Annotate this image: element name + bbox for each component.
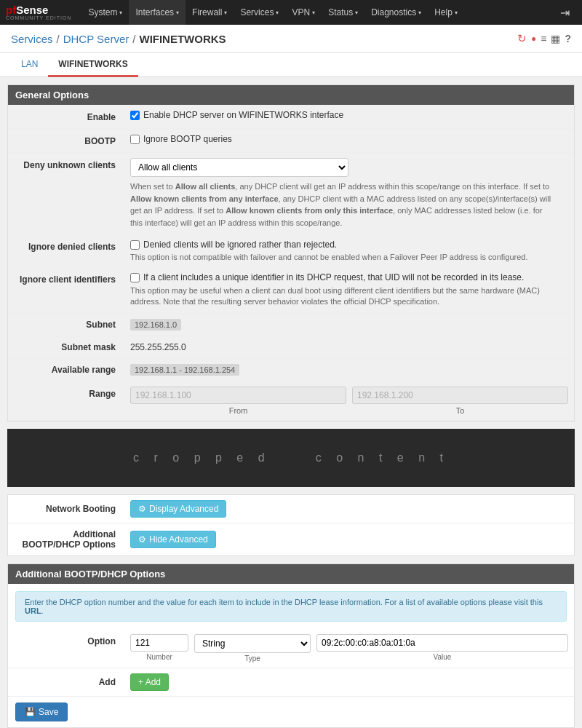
tab-lan[interactable]: LAN — [11, 53, 48, 77]
range-label: Range — [8, 381, 124, 420]
option-value-cell: 121 Number String Text IP address Unsign… — [124, 629, 574, 668]
add-option-button[interactable]: + Add — [130, 673, 169, 691]
brand: pfSense COMMUNITY EDITION — [6, 4, 71, 20]
bootp-label: BOOTP — [8, 129, 124, 153]
subnet-row: Subnet 192.168.1.0 — [8, 313, 574, 336]
circle-icon[interactable]: ● — [531, 33, 536, 44]
subnet-mask-value-cell: 255.255.255.0 — [124, 336, 574, 358]
option-type-select[interactable]: String Text IP address Unsigned Integer … — [194, 634, 311, 653]
option-value-input[interactable]: 09:2c:00:c0:a8:0a:01:0a — [316, 634, 568, 652]
breadcrumb-services[interactable]: Services — [11, 33, 53, 45]
bootp-info-link[interactable]: URL — [25, 606, 41, 615]
brand-logo: pfSense — [6, 4, 71, 15]
gear-icon2: ⚙ — [138, 534, 146, 545]
ignore-client-id-help: This option may be useful when a client … — [130, 285, 552, 308]
save-button[interactable]: 💾 Save — [15, 703, 68, 721]
tab-wifinetworks[interactable]: WIFINETWORKS — [48, 53, 137, 77]
general-options-section: General Options Enable Enable DHCP serve… — [7, 84, 575, 422]
ignore-denied-row: Ignore denied clients Denied clients wil… — [8, 234, 574, 267]
range-from-label: From — [130, 406, 346, 415]
additional-bootp-row: Additional BOOTP/DHCP Options ⚙ Hide Adv… — [8, 523, 574, 555]
ignore-denied-help: This option is not compatible with failo… — [130, 253, 568, 261]
range-to-input[interactable]: 192.168.1.200 — [352, 387, 568, 404]
nav-interfaces[interactable]: Interfaces▾ — [129, 0, 186, 25]
additional-bootp-section: Additional BOOTP/DHCP Options Enter the … — [7, 563, 575, 728]
network-booting-section: Network Booting ⚙ Display Advanced Addit… — [7, 494, 575, 556]
option-row: Option 121 Number String Text IP address… — [8, 629, 574, 668]
network-booting-label: Network Booting — [8, 495, 124, 523]
additional-bootp-label: Additional BOOTP/DHCP Options — [8, 523, 124, 555]
chevron-down-icon: ▾ — [312, 9, 315, 16]
subnet-value: 192.168.1.0 — [130, 319, 181, 331]
add-row: Add + Add — [8, 668, 574, 696]
ignore-denied-value: Denied clients will be ignored rather th… — [124, 234, 574, 267]
ignore-denied-label: Ignore denied clients — [8, 234, 124, 267]
additional-bootp-header: Additional BOOTP/DHCP Options — [8, 564, 574, 584]
subnet-mask-row: Subnet mask 255.255.255.0 — [8, 336, 574, 358]
network-booting-value: ⚙ Display Advanced — [124, 495, 574, 523]
display-advanced-button[interactable]: ⚙ Display Advanced — [130, 500, 226, 518]
available-range-row: Available range 192.168.1.1 - 192.168.1.… — [8, 358, 574, 381]
bootp-value: Ignore BOOTP queries — [124, 129, 574, 153]
available-range-label: Available range — [8, 358, 124, 381]
breadcrumb-icons: ↻ ● ≡ ▦ ? — [517, 32, 571, 45]
enable-row: Enable Enable DHCP server on WIFINETWORK… — [8, 105, 574, 129]
ignore-client-id-checkbox[interactable] — [130, 273, 140, 282]
chevron-down-icon: ▾ — [418, 9, 421, 16]
ignore-client-id-row: Ignore client identifiers If a client in… — [8, 267, 574, 314]
chevron-down-icon: ▾ — [355, 9, 358, 16]
breadcrumb-sep1: / — [57, 33, 60, 45]
general-options-table: Enable Enable DHCP server on WIFINETWORK… — [8, 105, 574, 421]
deny-unknown-help: When set to Allow all clients, any DHCP … — [130, 181, 552, 229]
nav-status[interactable]: Status▾ — [322, 0, 364, 25]
cropped-content: c r o p p e d c o n t e n t — [7, 429, 575, 487]
logout-button[interactable]: ⇥ — [554, 0, 576, 25]
save-row: 💾 Save — [8, 697, 574, 727]
add-label: Add — [8, 668, 124, 696]
add-value-cell: + Add — [124, 668, 574, 696]
nav-help[interactable]: Help▾ — [428, 0, 464, 25]
bootp-checkbox[interactable] — [130, 135, 140, 144]
nav-system[interactable]: System▾ — [81, 0, 129, 25]
brand-subtitle: COMMUNITY EDITION — [6, 15, 71, 20]
range-from-input[interactable]: 192.168.1.100 — [130, 387, 346, 404]
option-value-label: Value — [316, 653, 568, 661]
chart-icon[interactable]: ▦ — [551, 33, 560, 44]
refresh-icon[interactable]: ↻ — [517, 32, 527, 45]
nav-vpn[interactable]: VPN▾ — [285, 0, 322, 25]
bootp-text: Ignore BOOTP queries — [143, 134, 232, 144]
deny-unknown-select[interactable]: Allow all clients Allow known clients fr… — [130, 158, 348, 177]
ignore-client-id-label: Ignore client identifiers — [8, 267, 124, 314]
chevron-down-icon: ▾ — [224, 9, 227, 16]
available-range-value: 192.168.1.1 - 192.168.1.254 — [130, 364, 239, 376]
option-type-label: Type — [194, 654, 311, 662]
enable-text: Enable DHCP server on WIFINETWORKS inter… — [143, 110, 343, 120]
ignore-denied-text: Denied clients will be ignored rather th… — [143, 240, 337, 250]
deny-unknown-row: Deny unknown clients Allow all clients A… — [8, 153, 574, 234]
range-row: Range 192.168.1.100 From 192.168.1.200 T… — [8, 381, 574, 420]
nav-diagnostics[interactable]: Diagnostics▾ — [364, 0, 428, 25]
chevron-down-icon: ▾ — [276, 9, 279, 16]
enable-label: Enable — [8, 105, 124, 129]
nav-services[interactable]: Services▾ — [234, 0, 285, 25]
breadcrumb-sep2: / — [132, 33, 135, 45]
question-icon[interactable]: ? — [565, 33, 571, 44]
deny-unknown-label: Deny unknown clients — [8, 153, 124, 234]
range-to-label: To — [352, 406, 568, 415]
chevron-down-icon: ▾ — [455, 9, 458, 16]
enable-checkbox[interactable] — [130, 111, 140, 120]
enable-value: Enable DHCP server on WIFINETWORKS inter… — [124, 105, 574, 129]
hide-advanced-button[interactable]: ⚙ Hide Advanced — [130, 531, 216, 548]
list-icon[interactable]: ≡ — [541, 33, 546, 44]
bootp-info-box: Enter the DHCP option number and the val… — [15, 591, 567, 622]
chevron-down-icon: ▾ — [119, 9, 122, 16]
subnet-mask-value: 255.255.255.0 — [130, 342, 186, 352]
ignore-denied-checkbox[interactable] — [130, 240, 140, 250]
nav-firewall[interactable]: Firewall▾ — [186, 0, 234, 25]
option-label: Option — [8, 629, 124, 668]
breadcrumb-dhcp-server[interactable]: DHCP Server — [63, 33, 129, 45]
option-number-input[interactable]: 121 — [130, 634, 188, 652]
save-icon: 💾 — [25, 707, 36, 717]
bootp-info-text: Enter the DHCP option number and the val… — [25, 598, 543, 606]
gear-icon: ⚙ — [138, 504, 146, 514]
